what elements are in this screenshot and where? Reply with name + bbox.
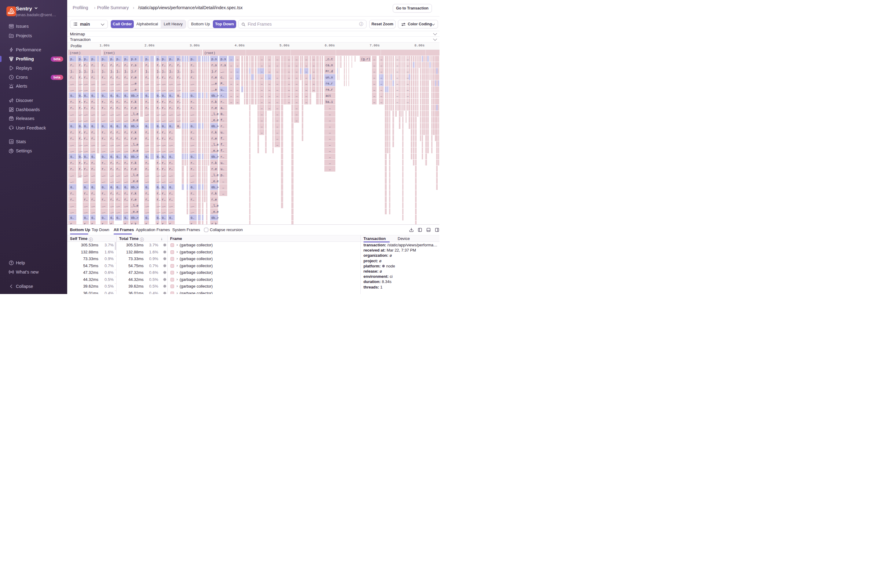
- svg-text:_…: _…: [84, 143, 88, 147]
- svg-text:p…: p…: [124, 58, 128, 61]
- svg-text:r…: r…: [169, 76, 173, 80]
- svg-text:0…: 0…: [124, 125, 128, 128]
- svg-text:r…s: r…s: [131, 64, 137, 67]
- svg-text:_…: _…: [78, 112, 83, 116]
- svg-text:_…: _…: [101, 112, 105, 116]
- svg-text:0…: 0…: [110, 94, 114, 98]
- svg-text:…: …: [276, 64, 278, 67]
- svg-text:…: …: [261, 82, 263, 86]
- svg-text:…: …: [296, 119, 298, 122]
- svg-text:…: …: [261, 64, 263, 67]
- svg-text:0…: 0…: [110, 216, 114, 220]
- svg-text:…: …: [288, 58, 290, 61]
- svg-text:…: …: [373, 64, 375, 67]
- svg-text:_e…e: _e…e: [211, 119, 219, 122]
- svg-text:r…: r…: [110, 198, 114, 201]
- svg-text:r…: r…: [169, 222, 173, 225]
- svg-text:r…: r…: [102, 106, 105, 110]
- svg-text:r…e: r…e: [131, 106, 137, 110]
- svg-text:j…r: j…r: [131, 70, 137, 73]
- svg-text:_…: _…: [78, 149, 83, 153]
- svg-text:f…: f…: [221, 143, 224, 147]
- svg-text:_l…e: _l…e: [131, 143, 138, 147]
- svg-text:u…: u…: [221, 168, 224, 171]
- svg-text:j…: j…: [102, 70, 105, 73]
- svg-text:_…: _…: [162, 180, 165, 183]
- svg-text:…: …: [313, 88, 315, 92]
- svg-text:_…: _…: [156, 204, 160, 208]
- svg-text:r…: r…: [116, 64, 120, 67]
- svg-text:r…k: r…k: [131, 222, 137, 225]
- svg-text:r…: r…: [169, 198, 173, 201]
- svg-text:_…: _…: [110, 210, 114, 214]
- svg-text:_…: _…: [162, 112, 165, 116]
- svg-text:…: …: [288, 64, 290, 67]
- svg-text:_…: _…: [110, 112, 114, 116]
- svg-text:r…: r…: [169, 137, 173, 140]
- svg-text:_…: _…: [124, 180, 128, 183]
- svg-text:_…: _…: [78, 82, 83, 86]
- svg-text:0…: 0…: [162, 186, 165, 189]
- svg-text:j…: j…: [124, 70, 128, 73]
- svg-text:_…: _…: [156, 210, 160, 214]
- svg-text:_…: _…: [116, 210, 120, 214]
- svg-text:p…: p…: [91, 58, 95, 61]
- svg-text:r…: r…: [91, 64, 95, 67]
- svg-text:_…: _…: [70, 174, 74, 177]
- svg-text:r…: r…: [102, 131, 105, 134]
- svg-text:…: …: [276, 119, 278, 122]
- svg-text:_e…e: _e…e: [211, 149, 219, 153]
- svg-text:r…: r…: [102, 222, 105, 225]
- svg-text:r…: r…: [146, 64, 149, 67]
- svg-text:_…: _…: [70, 149, 74, 153]
- svg-text:…: …: [261, 94, 263, 98]
- svg-text:_…: _…: [156, 180, 160, 183]
- svg-text:0…: 0…: [169, 216, 173, 220]
- svg-text:r…: r…: [157, 64, 160, 67]
- svg-text:0…: 0…: [70, 186, 74, 189]
- svg-text:…: …: [329, 112, 331, 116]
- svg-text:…: …: [380, 94, 382, 98]
- svg-text:r…: r…: [146, 192, 149, 195]
- svg-text:_l…e: _l…e: [211, 174, 219, 177]
- svg-text:0…: 0…: [124, 216, 128, 220]
- svg-text:…: …: [329, 149, 331, 153]
- svg-text:…: …: [230, 82, 232, 86]
- svg-text:_…: _…: [145, 143, 149, 147]
- svg-text:…: …: [296, 76, 298, 80]
- svg-text:_…: _…: [110, 204, 114, 208]
- svg-text:r…: r…: [169, 100, 173, 104]
- svg-text:0b…>: 0b…>: [131, 216, 138, 220]
- svg-text:r…: r…: [146, 106, 149, 110]
- svg-text:…: …: [230, 94, 232, 98]
- svg-text:_…: _…: [190, 143, 194, 147]
- svg-text:r…: r…: [110, 192, 114, 195]
- svg-text:…: …: [269, 94, 270, 98]
- svg-text:r…: r…: [110, 131, 114, 134]
- svg-text:…: …: [305, 58, 307, 61]
- svg-text:…: …: [261, 131, 263, 134]
- svg-text:…: …: [373, 88, 375, 92]
- svg-text:…: …: [380, 100, 382, 104]
- svg-text:r…: r…: [146, 198, 149, 201]
- svg-text:_…: _…: [169, 149, 173, 153]
- svg-text:u…: u…: [221, 88, 224, 92]
- svg-text:r…: r…: [162, 106, 165, 110]
- svg-text:_…: _…: [124, 143, 128, 147]
- svg-text:0…: 0…: [70, 94, 74, 98]
- svg-text:r…: r…: [124, 198, 128, 201]
- svg-text:p…: p…: [70, 58, 74, 61]
- svg-text:…: …: [397, 100, 398, 104]
- svg-text:_…: _…: [145, 204, 149, 208]
- svg-text:j…: j…: [70, 70, 74, 73]
- svg-text:_…: _…: [70, 88, 74, 92]
- svg-text:_…: _…: [110, 82, 114, 86]
- svg-text:_…: _…: [116, 143, 120, 147]
- svg-text:r…: r…: [116, 137, 120, 140]
- svg-text:r…: r…: [70, 168, 74, 171]
- svg-text:ba…1: ba…1: [326, 100, 333, 104]
- svg-text:…: …: [296, 58, 298, 61]
- svg-text:_…: _…: [116, 119, 120, 122]
- svg-text:0…: 0…: [110, 125, 114, 128]
- svg-text:_…: _…: [101, 204, 105, 208]
